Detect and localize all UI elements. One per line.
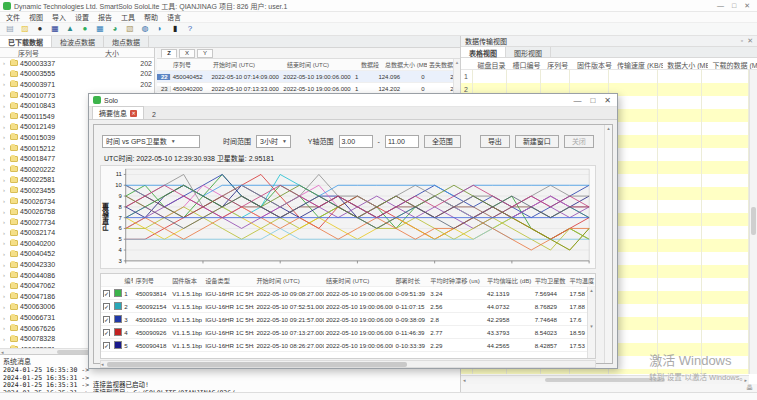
chevron-right-icon[interactable]: › <box>3 209 8 215</box>
col-avg-temp[interactable]: 平均温度 <box>567 276 595 285</box>
chevron-right-icon[interactable]: › <box>3 124 8 130</box>
menu-item[interactable]: 帮助 <box>144 12 158 22</box>
minimize-button[interactable]: — <box>717 2 724 10</box>
axis-x-button[interactable]: X <box>179 49 195 58</box>
time-range-select[interactable]: 3小时 ▼ <box>256 135 291 148</box>
menu-item[interactable]: 导入 <box>52 12 66 22</box>
chevron-right-icon[interactable]: › <box>3 156 8 162</box>
menu-item[interactable]: 设置 <box>75 12 89 22</box>
chevron-right-icon[interactable]: › <box>3 71 8 77</box>
menu-item[interactable]: 工具 <box>121 12 135 22</box>
chevron-right-icon[interactable]: › <box>3 315 8 321</box>
panel-close-icon[interactable]: ✕ <box>747 37 753 45</box>
chevron-right-icon[interactable]: › <box>3 293 8 299</box>
middle-table-vscrollbar[interactable]: ▴ <box>453 59 460 95</box>
col-serial[interactable]: 序列号 <box>133 276 170 285</box>
axis-z-button[interactable]: Z <box>161 49 177 58</box>
col-serial[interactable]: 序列号 <box>171 60 211 69</box>
dialog-minimize-button[interactable]: — <box>573 96 581 105</box>
toolbar-icon[interactable]: ● <box>80 24 90 34</box>
chevron-right-icon[interactable]: › <box>3 325 8 331</box>
col-segments[interactable]: 数据段 <box>359 60 383 69</box>
printer-icon[interactable]: 🖶 <box>746 384 753 392</box>
col-disk-dir[interactable]: 磁盘目录 <box>474 58 509 69</box>
chevron-right-icon[interactable]: › <box>3 113 8 119</box>
col-slot[interactable]: 槽口编号 <box>508 58 543 69</box>
tree-item[interactable]: › 450003555 202 <box>0 69 154 80</box>
plot-type-select[interactable]: 时间 vs GPS卫星数 ▼ <box>102 135 200 148</box>
transfer-vscrollbar[interactable] <box>749 70 757 374</box>
tab-receiver-data[interactable]: 检波点数据 <box>52 36 104 47</box>
visibility-checkbox[interactable]: ✓ <box>103 303 110 310</box>
dialog-close-button[interactable]: ✕ <box>604 96 611 105</box>
chevron-right-icon[interactable]: › <box>3 81 8 87</box>
tree-item[interactable]: › 450003971 202 <box>0 79 154 90</box>
tab-shot-data[interactable]: 炮点数据 <box>104 36 149 47</box>
col-speed[interactable]: 传输速度 (KB/S) <box>613 58 663 69</box>
chevron-right-icon[interactable]: › <box>3 103 8 109</box>
tab-downloaded-data[interactable]: 已下载数据 <box>0 36 52 47</box>
toolbar-icon[interactable]: ◗ <box>155 24 165 34</box>
chevron-right-icon[interactable]: › <box>3 251 8 257</box>
col-avg-sats[interactable]: 平均卫星数 <box>533 276 568 285</box>
chevron-right-icon[interactable]: › <box>3 134 8 140</box>
col-device-type[interactable]: 设备类型 <box>203 276 254 285</box>
col-total-size[interactable]: 总数据大小 (MB) <box>383 60 427 69</box>
toolbar-icon[interactable]: ◍ <box>140 24 150 34</box>
col-start-time[interactable]: 开始时间 (UTC) <box>211 60 285 69</box>
chevron-right-icon[interactable]: › <box>3 272 8 278</box>
device-row[interactable]: ✓ 3 450091620 V1.1.5.1bp IGU-16HR 1C 5Hz… <box>101 313 595 326</box>
chevron-right-icon[interactable]: › <box>3 240 8 246</box>
tab-close-icon[interactable]: ✕ <box>130 110 137 117</box>
col-end-time[interactable]: 结束时间 (UTC) <box>285 60 359 69</box>
tab-graph-view[interactable]: 图形视图 <box>506 47 551 57</box>
dialog-vscrollbar[interactable]: ▴ <box>604 125 612 363</box>
chevron-right-icon[interactable]: › <box>3 219 8 225</box>
device-row[interactable]: ✓ 1 450093814 V1.1.5.1bp IGU-16HR 1C 5Hz… <box>101 287 595 300</box>
tab-summary-info[interactable]: 摘要信息 ✕ <box>92 106 144 119</box>
device-row[interactable]: ✓ 2 450092154 V1.1.5.1bp IGU-16HR 1C 5Hz… <box>101 300 595 313</box>
maximize-button[interactable]: □ <box>732 2 736 10</box>
dialog-maximize-button[interactable]: □ <box>590 96 595 105</box>
col-firmware[interactable]: 固件版本号 <box>573 58 613 69</box>
col-drift[interactable]: 平均时钟漂移 (us) <box>428 276 485 285</box>
summary-table-hscrollbar[interactable]: ◂ <box>100 360 596 368</box>
menu-item[interactable]: 报告 <box>98 12 112 22</box>
col-num[interactable]: 编号 <box>122 276 133 285</box>
toolbar-icon[interactable]: ▲ <box>65 24 75 34</box>
col-start[interactable]: 开始时间 (UTC) <box>254 276 324 285</box>
chevron-right-icon[interactable]: › <box>3 177 8 183</box>
col-serial[interactable]: 序列号 <box>543 58 573 69</box>
satellite-chart[interactable]: 卫星数量 34567891011 <box>100 165 596 269</box>
tab-2[interactable]: 2 <box>144 110 164 119</box>
visibility-checkbox[interactable]: ✓ <box>103 329 110 336</box>
toolbar-icon[interactable]: ▤ <box>5 24 15 34</box>
toolbar-icon[interactable]: ▮ <box>170 24 180 34</box>
chevron-right-icon[interactable]: › <box>3 230 8 236</box>
toolbar-icon[interactable]: ● <box>35 24 45 34</box>
tree-col-size[interactable]: 大小 <box>105 48 154 57</box>
col-data-size[interactable]: 数据大小 (MB) <box>663 58 708 69</box>
chevron-right-icon[interactable]: › <box>3 336 8 342</box>
chevron-right-icon[interactable]: › <box>3 304 8 310</box>
menu-item[interactable]: 文件 <box>6 12 20 22</box>
device-row[interactable]: ✓ 4 450090926 V1.1.5.1bp IGU-16HR 1C 5Hz… <box>101 326 595 339</box>
toolbar-icon[interactable]: ? <box>185 24 195 34</box>
visibility-checkbox[interactable]: ✓ <box>103 342 110 349</box>
tree-col-serial[interactable]: 序列号 <box>0 48 105 57</box>
toolbar-icon[interactable]: ▦ <box>95 24 105 34</box>
dock-icon[interactable]: ▫ <box>741 37 743 45</box>
chevron-right-icon[interactable]: › <box>3 60 8 66</box>
visibility-checkbox[interactable]: ✓ <box>103 290 110 297</box>
col-end[interactable]: 结束时间 (UTC) <box>324 276 394 285</box>
col-downloaded[interactable]: 下载的数据 (MB) <box>708 58 757 69</box>
chevron-right-icon[interactable]: › <box>3 262 8 268</box>
menu-item[interactable]: 视图 <box>29 12 43 22</box>
chevron-right-icon[interactable]: › <box>3 187 8 193</box>
toolbar-icon[interactable]: ▧ <box>125 24 135 34</box>
axis-y-button[interactable]: Y <box>197 49 213 58</box>
tree-item[interactable]: › 450003337 202 <box>0 58 154 69</box>
chevron-right-icon[interactable]: › <box>3 92 8 98</box>
chevron-right-icon[interactable]: › <box>3 198 8 204</box>
full-range-button[interactable]: 全范围 <box>424 135 461 148</box>
